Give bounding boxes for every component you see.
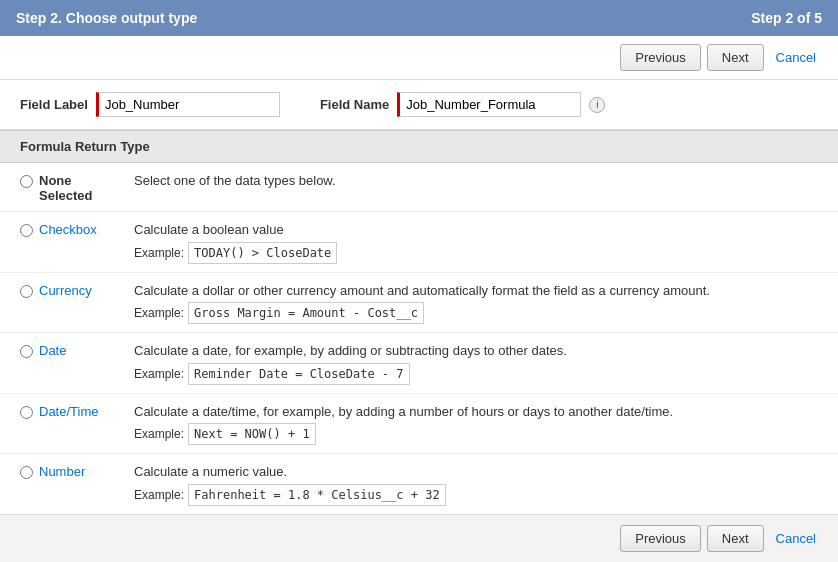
label-number[interactable]: Number (39, 464, 85, 479)
radio-col-checkbox: Checkbox (20, 220, 120, 237)
formula-item: None SelectedSelect one of the data type… (0, 163, 838, 212)
field-label-input[interactable] (96, 92, 280, 117)
radio-date[interactable] (20, 345, 33, 358)
field-name-input[interactable] (397, 92, 581, 117)
bottom-toolbar: Previous Next Cancel (0, 514, 838, 562)
example-code-date: Reminder Date = CloseDate - 7 (188, 363, 410, 385)
middle-section: Formula Return Type None SelectedSelect … (0, 130, 838, 514)
field-name-label: Field Name (320, 97, 389, 112)
desc-col-checkbox: Calculate a boolean valueExample:TODAY()… (134, 220, 818, 264)
desc-text-currency: Calculate a dollar or other currency amo… (134, 281, 818, 301)
label-date[interactable]: Date (39, 343, 66, 358)
radio-none[interactable] (20, 175, 33, 188)
field-label-group: Field Label (20, 92, 280, 117)
formula-item: NumberCalculate a numeric value.Example:… (0, 454, 838, 514)
bottom-previous-button[interactable]: Previous (620, 525, 701, 552)
formula-item: Date/TimeCalculate a date/time, for exam… (0, 394, 838, 455)
info-icon[interactable]: i (589, 97, 605, 113)
radio-col-number: Number (20, 462, 120, 479)
top-cancel-button[interactable]: Cancel (770, 45, 822, 70)
formula-item: DateCalculate a date, for example, by ad… (0, 333, 838, 394)
desc-text-number: Calculate a numeric value. (134, 462, 818, 482)
formula-list: None SelectedSelect one of the data type… (0, 163, 838, 514)
field-label-label: Field Label (20, 97, 88, 112)
example-prefix-currency: Example: (134, 304, 184, 322)
bottom-cancel-button[interactable]: Cancel (770, 526, 822, 551)
desc-col-currency: Calculate a dollar or other currency amo… (134, 281, 818, 325)
example-currency: Example:Gross Margin = Amount - Cost__c (134, 302, 818, 324)
desc-col-datetime: Calculate a date/time, for example, by a… (134, 402, 818, 446)
radio-col-currency: Currency (20, 281, 120, 298)
formula-item: CurrencyCalculate a dollar or other curr… (0, 273, 838, 334)
field-name-group: Field Name i (320, 92, 605, 117)
desc-col-none: Select one of the data types below. (134, 171, 818, 191)
example-prefix-datetime: Example: (134, 425, 184, 443)
formula-section-header: Formula Return Type (0, 130, 838, 163)
example-datetime: Example:Next = NOW() + 1 (134, 423, 818, 445)
example-date: Example:Reminder Date = CloseDate - 7 (134, 363, 818, 385)
label-datetime[interactable]: Date/Time (39, 404, 98, 419)
bottom-next-button[interactable]: Next (707, 525, 764, 552)
radio-datetime[interactable] (20, 406, 33, 419)
label-none[interactable]: None Selected (39, 173, 120, 203)
desc-col-date: Calculate a date, for example, by adding… (134, 341, 818, 385)
header-bar: Step 2. Choose output type Step 2 of 5 (0, 0, 838, 36)
desc-text-date: Calculate a date, for example, by adding… (134, 341, 818, 361)
top-toolbar: Previous Next Cancel (0, 36, 838, 80)
radio-number[interactable] (20, 466, 33, 479)
step-info: Step 2 of 5 (751, 10, 822, 26)
example-checkbox: Example:TODAY() > CloseDate (134, 242, 818, 264)
radio-col-none: None Selected (20, 171, 120, 203)
field-row: Field Label Field Name i (0, 80, 838, 130)
radio-checkbox[interactable] (20, 224, 33, 237)
desc-text-datetime: Calculate a date/time, for example, by a… (134, 402, 818, 422)
radio-currency[interactable] (20, 285, 33, 298)
example-code-datetime: Next = NOW() + 1 (188, 423, 316, 445)
radio-col-datetime: Date/Time (20, 402, 120, 419)
label-checkbox[interactable]: Checkbox (39, 222, 97, 237)
desc-text-checkbox: Calculate a boolean value (134, 220, 818, 240)
example-prefix-date: Example: (134, 365, 184, 383)
page-layout: Step 2. Choose output type Step 2 of 5 P… (0, 0, 838, 562)
example-prefix-number: Example: (134, 486, 184, 504)
label-currency[interactable]: Currency (39, 283, 92, 298)
top-next-button[interactable]: Next (707, 44, 764, 71)
example-prefix-checkbox: Example: (134, 244, 184, 262)
example-code-currency: Gross Margin = Amount - Cost__c (188, 302, 424, 324)
desc-text-none: Select one of the data types below. (134, 171, 818, 191)
formula-item: CheckboxCalculate a boolean valueExample… (0, 212, 838, 273)
example-code-checkbox: TODAY() > CloseDate (188, 242, 337, 264)
example-number: Example:Fahrenheit = 1.8 * Celsius__c + … (134, 484, 818, 506)
top-previous-button[interactable]: Previous (620, 44, 701, 71)
desc-col-number: Calculate a numeric value.Example:Fahren… (134, 462, 818, 506)
header-title: Step 2. Choose output type (16, 10, 197, 26)
example-code-number: Fahrenheit = 1.8 * Celsius__c + 32 (188, 484, 446, 506)
radio-col-date: Date (20, 341, 120, 358)
